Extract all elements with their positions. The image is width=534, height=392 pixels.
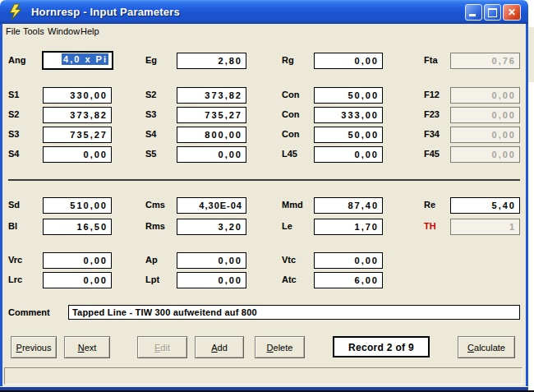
f45-input: 0,00 xyxy=(450,146,520,163)
menu-tools[interactable]: Tools xyxy=(23,26,44,36)
s4-input[interactable]: 800,00 xyxy=(177,127,246,143)
ang-selected-text: 4,0 x Pi xyxy=(62,53,108,65)
le-input[interactable]: 1,70 xyxy=(314,219,383,235)
vrc-label: Vrc xyxy=(8,255,22,265)
comment-input[interactable]: Tapped Line - TIW 300 aufweitend auf 800 xyxy=(68,305,520,320)
fta-input: 0,76 xyxy=(450,53,520,69)
record-indicator: Record 2 of 9 xyxy=(333,336,430,357)
menu-help[interactable]: Help xyxy=(81,26,99,36)
vtc-input[interactable]: 0,00 xyxy=(314,252,383,269)
con23-input[interactable]: 333,00 xyxy=(314,107,383,123)
cms-label: Cms xyxy=(145,200,165,210)
screen: Hornresp - Input Parameters ✕ File Tools… xyxy=(0,0,534,392)
menu-bar: File Tools Window Help xyxy=(2,24,526,39)
rms-input[interactable]: 3,20 xyxy=(177,219,246,235)
s2b-input[interactable]: 373,82 xyxy=(43,107,112,123)
s3-input[interactable]: 735,27 xyxy=(177,107,246,123)
le-label: Le xyxy=(282,221,292,231)
s3-label: S3 xyxy=(145,109,156,119)
f12-label: F12 xyxy=(424,90,440,99)
re-input[interactable]: 5,40 xyxy=(450,197,520,214)
window-title: Hornresp - Input Parameters xyxy=(31,6,180,18)
ang-label: Ang xyxy=(8,55,25,65)
previous-button[interactable]: Previous xyxy=(11,336,57,358)
window-border-left xyxy=(0,24,2,387)
s3b-label: S3 xyxy=(8,129,19,139)
cms-input[interactable]: 4,30E-04 xyxy=(177,197,246,214)
th-input: 1 xyxy=(450,219,520,235)
ap-input[interactable]: 0,00 xyxy=(177,252,246,269)
lrc-input[interactable]: 0,00 xyxy=(43,272,112,288)
lrc-label: Lrc xyxy=(8,274,22,284)
con34-input[interactable]: 50,00 xyxy=(314,127,383,143)
atc-input[interactable]: 6,00 xyxy=(314,272,383,288)
maximize-button[interactable] xyxy=(484,4,501,21)
s4-label: S4 xyxy=(145,129,156,139)
s2-label: S2 xyxy=(145,90,156,99)
s2b-label: S2 xyxy=(8,109,19,119)
f23-label: F23 xyxy=(424,109,440,119)
close-button[interactable]: ✕ xyxy=(503,4,521,21)
s2-input[interactable]: 373,82 xyxy=(177,87,246,104)
mmd-label: Mmd xyxy=(282,200,303,210)
s4b-input[interactable]: 0,00 xyxy=(43,146,112,163)
con12-input[interactable]: 50,00 xyxy=(314,87,383,104)
ap-label: Ap xyxy=(145,255,158,265)
sd-input[interactable]: 510,00 xyxy=(43,197,112,214)
section-divider xyxy=(8,179,520,181)
rms-label: Rms xyxy=(145,221,165,231)
f34-input: 0,00 xyxy=(450,127,520,143)
s1-input[interactable]: 330,00 xyxy=(43,87,112,104)
f23-input: 0,00 xyxy=(450,107,520,123)
con12-label: Con xyxy=(282,90,299,99)
mmd-input[interactable]: 87,40 xyxy=(314,197,383,214)
rg-label: Rg xyxy=(282,55,294,65)
l45-input[interactable]: 0,00 xyxy=(314,146,383,163)
bl-input[interactable]: 16,50 xyxy=(43,219,112,235)
f34-label: F34 xyxy=(424,129,440,139)
menu-window[interactable]: Window xyxy=(48,26,80,36)
ang-input[interactable]: 4,0 x Pi xyxy=(42,51,113,70)
re-label: Re xyxy=(424,200,435,210)
con34-label: Con xyxy=(282,129,299,139)
eg-label: Eg xyxy=(145,55,157,65)
next-button[interactable]: Next xyxy=(64,336,110,358)
minimize-icon xyxy=(469,14,476,16)
sd-label: Sd xyxy=(8,200,20,210)
f45-label: F45 xyxy=(424,149,440,159)
th-label: TH xyxy=(424,221,436,231)
close-icon: ✕ xyxy=(504,7,520,18)
hornresp-lightning-icon xyxy=(7,3,25,21)
edit-button: Edit xyxy=(137,336,187,358)
hornresp-window: Hornresp - Input Parameters ✕ File Tools… xyxy=(0,0,528,390)
comment-label: Comment xyxy=(8,307,50,317)
title-bar[interactable]: Hornresp - Input Parameters ✕ xyxy=(0,0,528,24)
l45-label: L45 xyxy=(282,149,297,159)
lpt-input[interactable]: 0,00 xyxy=(177,272,246,288)
bl-label: Bl xyxy=(8,221,17,231)
f12-input: 0,00 xyxy=(450,87,520,104)
vtc-label: Vtc xyxy=(282,255,296,265)
s4b-label: S4 xyxy=(8,149,19,159)
lpt-label: Lpt xyxy=(145,274,159,284)
con23-label: Con xyxy=(282,109,299,119)
s3b-input[interactable]: 735,27 xyxy=(43,127,112,143)
minimize-button[interactable] xyxy=(465,4,482,21)
fta-label: Fta xyxy=(424,55,438,65)
s5-label: S5 xyxy=(145,149,156,159)
delete-button[interactable]: Delete xyxy=(255,336,305,358)
add-button[interactable]: Add xyxy=(195,336,244,358)
s5-input[interactable]: 0,00 xyxy=(177,146,246,163)
calculate-button[interactable]: Calculate xyxy=(458,336,515,358)
menu-file[interactable]: File xyxy=(6,26,21,36)
rg-input[interactable]: 0,00 xyxy=(314,53,383,69)
background-window-fragment xyxy=(528,27,534,82)
status-bar xyxy=(4,367,522,385)
s1-label: S1 xyxy=(8,90,19,99)
maximize-icon xyxy=(488,8,497,17)
vrc-input[interactable]: 0,00 xyxy=(43,252,112,269)
eg-input[interactable]: 2,80 xyxy=(177,53,246,69)
atc-label: Atc xyxy=(282,274,297,284)
